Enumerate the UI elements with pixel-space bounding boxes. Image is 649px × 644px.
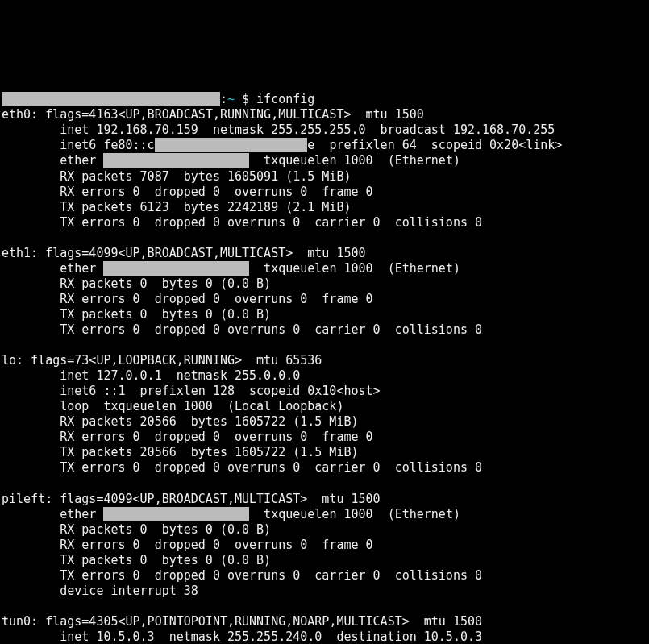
- hostname-redacted: [2, 92, 220, 106]
- iface-line: TX errors 0 dropped 0 overruns 0 carrier…: [2, 568, 647, 584]
- iface-line: device interrupt 38: [2, 584, 647, 599]
- iface-line: TX packets 20566 bytes 1605722 (1.5 MiB): [2, 445, 647, 460]
- iface-line: RX errors 0 dropped 0 overruns 0 frame 0: [2, 292, 647, 307]
- ifconfig-output: eth0: flags=4163<UP,BROADCAST,RUNNING,MU…: [2, 107, 647, 644]
- prompt-dollar: $: [242, 92, 249, 106]
- iface-header: tun0: flags=4305<UP,POINTOPOINT,RUNNING,…: [2, 614, 647, 629]
- iface-line: RX packets 0 bytes 0 (0.0 B): [2, 276, 647, 292]
- iface-line: inet6 ::1 prefixlen 128 scopeid 0x10<hos…: [2, 384, 647, 399]
- redacted-value: [103, 507, 249, 521]
- iface-line: ether txqueuelen 1000 (Ethernet): [2, 261, 647, 276]
- iface-line: RX packets 0 bytes 0 (0.0 B): [2, 522, 647, 538]
- command-text: ifconfig: [256, 92, 314, 106]
- iface-line: ether txqueuelen 1000 (Ethernet): [2, 153, 647, 168]
- iface-line: RX packets 20566 bytes 1605722 (1.5 MiB): [2, 414, 647, 430]
- iface-line: inet6 fe80::c e prefixlen 64 scopeid 0x2…: [2, 138, 647, 153]
- iface-line: ether txqueuelen 1000 (Ethernet): [2, 507, 647, 522]
- iface-line: inet 10.5.0.3 netmask 255.255.240.0 dest…: [2, 629, 647, 644]
- iface-line: TX packets 0 bytes 0 (0.0 B): [2, 307, 647, 322]
- iface-header: lo: flags=73<UP,LOOPBACK,RUNNING> mtu 65…: [2, 353, 647, 368]
- iface-header: pileft: flags=4099<UP,BROADCAST,MULTICAS…: [2, 492, 647, 507]
- blank-line: [2, 599, 647, 614]
- terminal-output: { "prompt": { "host_redacted": " ", "sep…: [0, 31, 649, 644]
- redacted-value: [103, 261, 249, 276]
- iface-line: RX packets 7087 bytes 1605091 (1.5 MiB): [2, 169, 647, 185]
- iface-line: RX errors 0 dropped 0 overruns 0 frame 0: [2, 538, 647, 553]
- iface-line: inet 192.168.70.159 netmask 255.255.255.…: [2, 123, 647, 138]
- iface-line: TX errors 0 dropped 0 overruns 0 carrier…: [2, 322, 647, 338]
- iface-line: TX packets 6123 bytes 2242189 (2.1 MiB): [2, 200, 647, 215]
- blank-line: [2, 338, 647, 353]
- iface-header: eth1: flags=4099<UP,BROADCAST,MULTICAST>…: [2, 246, 647, 261]
- redacted-value: [155, 138, 308, 152]
- iface-header: eth0: flags=4163<UP,BROADCAST,RUNNING,MU…: [2, 107, 647, 123]
- prompt-sep: :: [220, 92, 227, 106]
- iface-line: TX packets 0 bytes 0 (0.0 B): [2, 553, 647, 568]
- prompt-cwd: ~: [227, 92, 235, 106]
- iface-line: RX errors 0 dropped 0 overruns 0 frame 0: [2, 430, 647, 445]
- redacted-value: [103, 153, 249, 168]
- iface-line: RX errors 0 dropped 0 overruns 0 frame 0: [2, 185, 647, 200]
- iface-line: TX errors 0 dropped 0 overruns 0 carrier…: [2, 215, 647, 231]
- iface-line: loop txqueuelen 1000 (Local Loopback): [2, 399, 647, 414]
- iface-line: TX errors 0 dropped 0 overruns 0 carrier…: [2, 460, 647, 476]
- blank-line: [2, 231, 647, 246]
- blank-line: [2, 476, 647, 491]
- prompt-line[interactable]: :~ $ ifconfig: [2, 92, 647, 107]
- iface-line: inet 127.0.0.1 netmask 255.0.0.0: [2, 368, 647, 384]
